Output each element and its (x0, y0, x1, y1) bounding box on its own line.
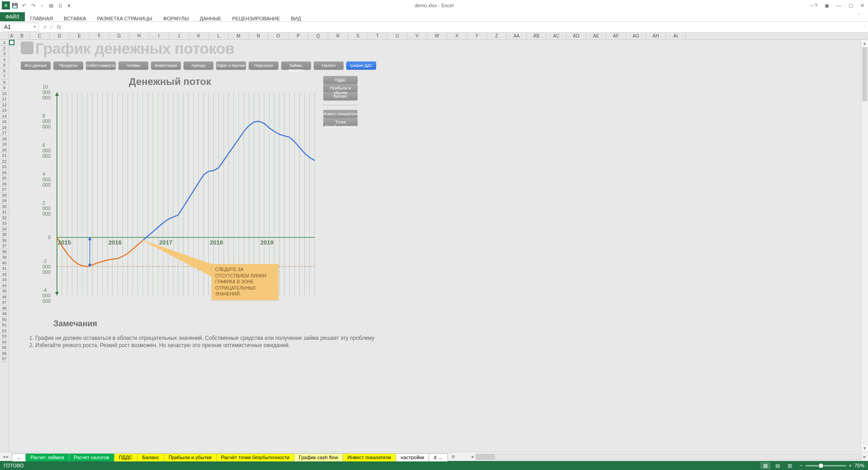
maximize-icon[interactable]: ▢ (847, 3, 855, 9)
nav-button-3[interactable]: Активы (118, 61, 148, 70)
row-57[interactable]: 57 (0, 356, 9, 362)
col-M[interactable]: M (229, 33, 249, 39)
sheet-tab-3[interactable]: ПДДС (114, 453, 138, 461)
select-all-corner[interactable] (0, 33, 9, 39)
col-AF[interactable]: AF (606, 33, 626, 39)
col-J[interactable]: J (169, 33, 189, 39)
row-17[interactable]: 17 (0, 130, 9, 136)
row-1[interactable]: 1 (0, 40, 9, 46)
view-pagelayout-icon[interactable]: ▤ (773, 462, 783, 469)
row-32[interactable]: 32 (0, 215, 9, 221)
row-41[interactable]: 41 (0, 266, 9, 272)
worksheet-grid[interactable]: График денежных потоков Исх.данныеПродук… (9, 40, 861, 452)
col-X[interactable]: X (447, 33, 467, 39)
expand-formula-bar-icon[interactable]: ˇ (861, 25, 868, 29)
row-headers[interactable]: 1234567891011121314151617181920212223242… (0, 40, 9, 452)
row-20[interactable]: 20 (0, 147, 9, 153)
col-Z[interactable]: Z (487, 33, 507, 39)
nav-button-5[interactable]: Аренда (184, 61, 213, 70)
row-43[interactable]: 43 (0, 277, 9, 283)
tab-вставка[interactable]: ВСТАВКА (58, 14, 91, 23)
row-40[interactable]: 40 (0, 260, 9, 266)
row-37[interactable]: 37 (0, 243, 9, 249)
row-56[interactable]: 56 (0, 351, 9, 357)
sheet-tab-7[interactable]: График cash flow (294, 453, 343, 461)
row-31[interactable]: 31 (0, 209, 9, 215)
row-47[interactable]: 47 (0, 300, 9, 306)
tab-формулы[interactable]: ФОРМУЛЫ (158, 14, 194, 23)
row-12[interactable]: 12 (0, 102, 9, 108)
name-box[interactable]: A1 ▼ (2, 23, 39, 32)
row-50[interactable]: 50 (0, 317, 9, 323)
row-7[interactable]: 7 (0, 74, 9, 80)
row-19[interactable]: 19 (0, 141, 9, 147)
col-R[interactable]: R (328, 33, 348, 39)
col-AB[interactable]: AB (527, 33, 547, 39)
row-18[interactable]: 18 (0, 136, 9, 142)
row-55[interactable]: 55 (0, 345, 9, 351)
row-48[interactable]: 48 (0, 306, 9, 311)
scroll-left-icon[interactable]: ◂ (469, 454, 476, 460)
nav-button-2[interactable]: Себестоимость (86, 61, 116, 70)
col-S[interactable]: S (348, 33, 368, 39)
col-U[interactable]: U (387, 33, 407, 39)
row-52[interactable]: 52 (0, 328, 9, 334)
side-button-a-1[interactable]: Прибыли и убытки (323, 84, 358, 92)
nav-button-6[interactable]: Офис и прочие (216, 61, 246, 70)
sheet-tab-1[interactable]: Расчет займов (25, 453, 69, 461)
scroll-right-icon[interactable]: ▸ (862, 454, 868, 460)
formula-input[interactable] (63, 23, 861, 32)
sheet-tab-4[interactable]: Баланс (137, 453, 164, 461)
ribbon-options-icon[interactable]: ▣ (823, 3, 831, 9)
row-33[interactable]: 33 (0, 221, 9, 226)
row-27[interactable]: 27 (0, 187, 9, 193)
col-W[interactable]: W (427, 33, 447, 39)
col-AE[interactable]: AE (586, 33, 606, 39)
row-44[interactable]: 44 (0, 283, 9, 289)
tab-рецензирование[interactable]: РЕЦЕНЗИРОВАНИЕ (226, 14, 285, 23)
col-V[interactable]: V (407, 33, 427, 39)
sheet-tab-6[interactable]: Расчёт точки безубыточности (216, 453, 294, 461)
row-45[interactable]: 45 (0, 288, 9, 294)
vertical-scrollbar[interactable]: ▲ ▼ (861, 40, 868, 452)
nav-button-9[interactable]: Налоги (314, 61, 344, 70)
col-I[interactable]: I (149, 33, 169, 39)
scroll-up-icon[interactable]: ▲ (861, 40, 868, 47)
tab-вид[interactable]: ВИД (285, 14, 307, 23)
tab-nav-first-icon[interactable]: ◂ (3, 454, 5, 460)
col-F[interactable]: F (90, 33, 109, 39)
row-23[interactable]: 23 (0, 164, 9, 170)
scroll-down-icon[interactable]: ▼ (861, 445, 868, 452)
sheet-tab-10[interactable]: d … (429, 453, 448, 461)
nav-button-4[interactable]: Инвестиции (151, 61, 181, 70)
row-53[interactable]: 53 (0, 334, 9, 339)
row-3[interactable]: 3 (0, 51, 9, 57)
view-pagebreak-icon[interactable]: ▥ (785, 462, 795, 469)
nav-button-1[interactable]: Продукты (53, 61, 83, 70)
col-N[interactable]: N (249, 33, 269, 39)
new-sheet-icon[interactable]: ⊕ (448, 454, 459, 460)
row-34[interactable]: 34 (0, 226, 9, 232)
col-L[interactable]: L (209, 33, 229, 39)
row-46[interactable]: 46 (0, 294, 9, 300)
col-Y[interactable]: Y (467, 33, 487, 39)
col-C[interactable]: C (30, 33, 50, 39)
row-25[interactable]: 25 (0, 175, 9, 181)
accept-formula-icon[interactable]: ✓ (49, 24, 53, 30)
sheet-tab-5[interactable]: Прибыли и убытки (164, 453, 217, 461)
col-D[interactable]: D (50, 33, 70, 39)
col-Q[interactable]: Q (308, 33, 328, 39)
col-K[interactable]: K (189, 33, 209, 39)
row-16[interactable]: 16 (0, 125, 9, 131)
zoom-slider[interactable] (806, 465, 846, 466)
quickprint-icon[interactable]: ⎙ (56, 1, 64, 9)
row-6[interactable]: 6 (0, 68, 9, 74)
tab-разметка страницы[interactable]: РАЗМЕТКА СТРАНИЦЫ (91, 14, 157, 23)
horizontal-scrollbar[interactable]: ⋮ ◂ ▸ (462, 454, 868, 460)
row-24[interactable]: 24 (0, 170, 9, 176)
side-button-b-1[interactable]: Точка безубыточности (323, 118, 358, 126)
save-icon[interactable]: 💾 (11, 1, 19, 9)
vscroll-thumb[interactable] (862, 47, 867, 101)
row-5[interactable]: 5 (0, 62, 9, 68)
nav-button-0[interactable]: Исх.данные (21, 61, 51, 70)
